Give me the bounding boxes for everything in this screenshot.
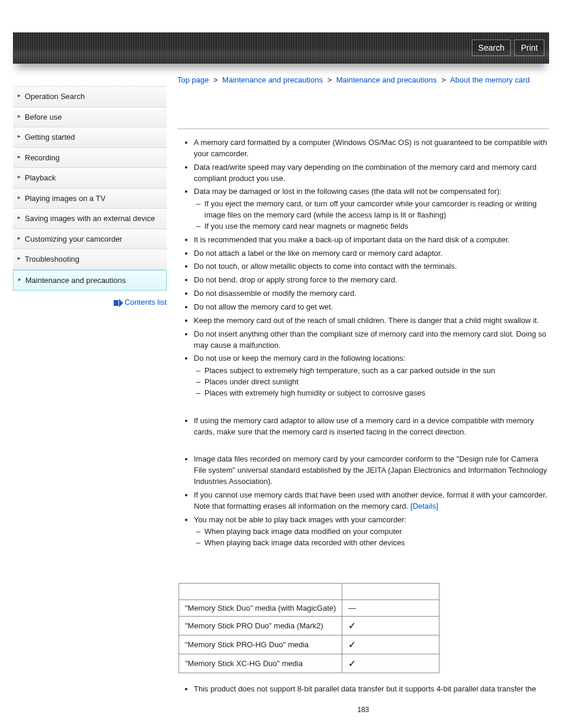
header-band: Search Print: [13, 32, 549, 64]
table-cell-name: "Memory Stick PRO-HG Duo" media: [179, 635, 342, 654]
compatibility-table: "Memory Stick Duo" media (with MagicGate…: [178, 583, 439, 673]
breadcrumb-link[interactable]: About the memory card: [450, 75, 530, 84]
list-item: It is recommended that you make a back-u…: [194, 235, 549, 246]
table-row: "Memory Stick Duo" media (with MagicGate…: [179, 600, 439, 617]
list-item: You may not be able to play back images …: [194, 515, 549, 549]
list-item: Do not touch, or allow metallic objects …: [194, 261, 549, 272]
list-item: Image data files recorded on memory card…: [194, 454, 549, 487]
list-item: This product does not support 8-bit para…: [194, 684, 549, 695]
list-item: A memory card formatted by a computer (W…: [194, 137, 549, 160]
sub-list-item: If you eject the memory card, or turn of…: [204, 199, 549, 221]
list-item: Do not use or keep the memory card in th…: [194, 353, 549, 398]
table-cell-value: ✓: [342, 617, 439, 635]
list-item: Do not insert anything other than the co…: [194, 329, 549, 351]
table-cell-value: ✓: [342, 635, 439, 654]
contents-list-link[interactable]: Contents list: [124, 298, 167, 307]
sub-list-item: Places under direct sunlight: [204, 377, 549, 388]
list-item: If using the memory card adaptor to allo…: [194, 416, 549, 438]
check-icon: ✓: [348, 621, 356, 631]
table-header-2: [342, 584, 439, 600]
check-icon: ✓: [348, 640, 356, 650]
sub-list: Places subject to extremely high tempera…: [194, 365, 549, 399]
sub-list-item: When playing back image data recorded wi…: [204, 538, 549, 549]
sidebar-item[interactable]: Getting started: [13, 127, 167, 148]
sidebar-item[interactable]: Operation Search: [13, 86, 167, 107]
list-item: Do not bend, drop or apply strong force …: [194, 275, 549, 286]
table-row: "Memory Stick XC-HG Duo" media✓: [179, 654, 439, 673]
bullet-list-3: Image data files recorded on memory card…: [177, 454, 549, 549]
sidebar-item[interactable]: Saving images with an external device: [13, 209, 167, 229]
sub-list-item: Places subject to extremely high tempera…: [204, 365, 549, 377]
list-item: If you cannot use memory cards that have…: [194, 490, 549, 512]
list-item: Keep the memory card out of the reach of…: [194, 315, 549, 327]
breadcrumb: Top page > Maintenance and precautions >…: [177, 75, 549, 84]
page-number: 183: [177, 706, 549, 714]
table-header-1: [179, 584, 342, 600]
breadcrumb-sep: >: [211, 75, 220, 84]
print-button[interactable]: Print: [514, 39, 544, 56]
bullet-list-2: If using the memory card adaptor to allo…: [177, 416, 549, 438]
sub-list-item: If you use the memory card near magnets …: [204, 221, 549, 232]
breadcrumb-sep: >: [325, 75, 334, 84]
breadcrumb-link[interactable]: Maintenance and precautions: [222, 75, 323, 84]
sidebar-item[interactable]: Maintenance and precautions: [13, 270, 167, 291]
list-item: Data read/write speed may vary depending…: [194, 162, 549, 185]
sub-list-item: Places with extremely high humidity or s…: [204, 388, 549, 399]
breadcrumb-link[interactable]: Top page: [177, 75, 209, 84]
list-item: Do not attach a label or the like on mem…: [194, 248, 549, 259]
table-cell-name: "Memory Stick PRO Duo" media (Mark2): [179, 617, 342, 635]
table-row: "Memory Stick PRO Duo" media (Mark2)✓: [179, 617, 439, 635]
table-row: "Memory Stick PRO-HG Duo" media✓: [179, 635, 439, 654]
sidebar: Operation SearchBefore useGetting starte…: [13, 86, 167, 726]
arrow-right-icon: [114, 300, 122, 306]
nav-list: Operation SearchBefore useGetting starte…: [13, 86, 167, 291]
table-cell-value: ✓: [342, 654, 439, 673]
bullet-list-4: This product does not support 8-bit para…: [177, 684, 549, 695]
contents-list-row: Contents list: [13, 298, 167, 307]
bullet-list-1: A memory card formatted by a computer (W…: [177, 137, 549, 399]
sub-list-item: When playing back image data modified on…: [204, 526, 549, 538]
breadcrumb-sep: >: [439, 75, 448, 84]
page-title: [177, 104, 549, 129]
sub-list: If you eject the memory card, or turn of…: [194, 199, 549, 232]
sidebar-item[interactable]: Customizing your camcorder: [13, 229, 167, 250]
breadcrumb-link[interactable]: Maintenance and precautions: [336, 75, 437, 84]
sidebar-item[interactable]: Before use: [13, 107, 167, 128]
sidebar-item[interactable]: Troubleshooting: [13, 249, 167, 270]
check-icon: ✓: [348, 658, 356, 668]
list-item: Do not disassemble or modify the memory …: [194, 288, 549, 299]
sidebar-item[interactable]: Playback: [13, 168, 167, 189]
sub-list: When playing back image data modified on…: [194, 526, 549, 549]
details-link[interactable]: [Details]: [411, 502, 438, 510]
table-cell-name: "Memory Stick Duo" media (with MagicGate…: [179, 600, 342, 617]
list-text: If you cannot use memory cards that have…: [194, 490, 547, 510]
list-item: Do not allow the memory card to get wet.: [194, 302, 549, 313]
list-item: Data may be damaged or lost in the follo…: [194, 186, 549, 232]
sidebar-item[interactable]: Playing images on a TV: [13, 189, 167, 209]
table-cell-value: —: [342, 600, 439, 617]
top-buttons: Search Print: [472, 39, 544, 56]
main-content: Top page > Maintenance and precautions >…: [177, 75, 549, 726]
search-button[interactable]: Search: [472, 39, 511, 56]
table-cell-name: "Memory Stick XC-HG Duo" media: [179, 654, 342, 673]
sidebar-item[interactable]: Recording: [13, 148, 167, 169]
